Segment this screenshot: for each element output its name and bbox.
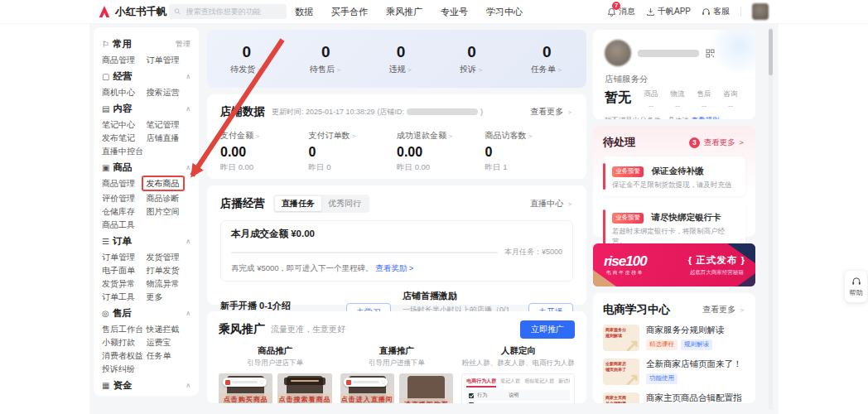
sidebar-item[interactable]: 商品管理 [102,179,147,190]
learning-item[interactable]: 商家服务分规则解读 ↗ 商家服务分规则解读 精选课程 规则解读 [603,325,745,351]
section-product-items: 商品管理 发布商品 评价管理 商品诊断 仓储库存 图片空间 商品工具 [102,179,190,229]
sidebar-item[interactable]: 物流异常 [147,279,191,288]
todo-more-link[interactable]: 查看更多 ＞ [704,137,745,148]
chevron-up-icon[interactable]: ∧ [186,310,190,317]
manage-link[interactable]: 管理 [176,39,190,50]
sidebar-item[interactable]: 发货异常 [102,279,147,288]
sidebar-item[interactable]: 订单工具 [102,292,147,301]
checkbox-icon[interactable] [469,393,474,398]
sidebar-item[interactable]: 打单发货 [147,266,191,275]
headset-icon [702,7,711,17]
promote-now-button[interactable]: 立即推广 [520,320,575,339]
nav-promo[interactable]: 乘风推广 [386,6,422,18]
stat-aftersale[interactable]: 0 待售后＞ [310,43,342,75]
sidebar-item[interactable]: 评价管理 [102,194,147,203]
nav-buyer-coop[interactable]: 买手合作 [331,6,368,18]
stat-to-ship[interactable]: 0 待发货＞ [230,43,263,75]
store-data-meta: 更新时间: 2025-01-17 10:38:29 (店铺ID: ) [272,107,483,118]
sidebar-item[interactable]: 仓储库存 [102,207,147,216]
shop-id-label: (店铺ID: [378,107,405,118]
chevron-up-icon[interactable]: ∧ [186,382,190,389]
sidebar-item[interactable]: 商品诊断 [147,194,191,203]
tab-top-peers[interactable]: 优秀同行 [321,196,368,211]
store-data-card: 店铺数据 更新时间: 2025-01-17 10:38:29 (店铺ID: ) … [207,94,586,179]
sidebar-item[interactable]: 笔记管理 [147,120,191,129]
audience-tab[interactable]: 电商行为人群 [466,378,496,388]
store-more-link[interactable]: 查看更多 ＞ [530,106,573,118]
scrollbar-thumb[interactable] [769,29,773,75]
sidebar-item[interactable]: 直播中控台 [102,147,147,156]
top-header: 小红书千帆 数据 买手合作 乘风推广 专业号 学习中心 7 消息 [0,0,868,24]
stat-value: 0 [230,43,263,61]
sidebar-item[interactable]: 订单管理 [147,55,191,65]
chevron-up-icon[interactable]: ∧ [186,73,190,80]
sidebar-item[interactable]: 商品工具 [102,220,147,229]
chevron-right-icon: ＞ [567,108,573,116]
sidebar-item[interactable]: 发布笔记 [102,133,147,142]
course-title: 全新商家店铺页面来了！ [646,359,745,370]
qr-code-icon[interactable] [706,49,715,58]
learning-title: 电商学习中心 [603,302,670,317]
nav-data[interactable]: 数据 [295,6,313,18]
sidebar-item[interactable]: 快递拦截 [147,325,191,334]
todo-item[interactable]: 业务预警 保证金待补缴 保证金不足限制货款提现，请及时充值 [603,156,745,196]
view-rules-link[interactable]: 查看规则 [691,116,719,119]
sidebar-item[interactable]: 笔记中心 [102,120,147,129]
tab-live-task[interactable]: 直播任务 [275,196,321,211]
stat-task[interactable]: 0 任务单＞ [531,43,563,75]
nav-learning[interactable]: 学习中心 [486,6,523,18]
learning-item[interactable]: 商家主页商品合辑配置指南 ↗ 商家主页商品合辑配置指南 [603,392,745,403]
message-button[interactable]: 7 消息 [607,6,635,17]
todo-item-title: 保证金待补缴 [651,166,703,176]
section-title: 订单 [113,235,132,248]
sidebar-item[interactable]: 电子面单 [102,266,147,275]
audience-tab[interactable]: 相似笔记人群 [524,378,554,388]
flag-icon: ⚐ [102,40,109,49]
header-nav: 数据 买手合作 乘风推广 专业号 学习中心 [295,0,523,23]
stat-complaint[interactable]: 0 投诉＞ [460,43,484,75]
sidebar-item[interactable]: 商机中心 [102,88,147,97]
sidebar-item[interactable]: 发货管理 [147,253,191,262]
app-download-button[interactable]: 千帆APP [646,6,691,17]
help-floating-button[interactable]: 帮助 [845,271,867,302]
chevron-up-icon[interactable]: ∧ [186,238,190,245]
stat-violation[interactable]: 0 违规＞ [388,43,412,75]
sidebar-item[interactable]: 图片空间 [147,207,191,216]
section-title: 经营 [113,70,132,83]
audience-tab[interactable]: 新访客 [558,378,570,388]
learning-item[interactable]: 全新商家店铺页面来了 ↗ 全新商家店铺页面来了！ 功能使用 [603,359,745,385]
rise100-banner[interactable]: rise100 电商年度榜单 { 正式发布 } 起底百大商家经营秘籍 [593,243,755,286]
sidebar-item[interactable]: 任务单 [147,351,191,360]
course-thumbnail: 商家主页商品合辑配置指南 ↗ [603,392,639,403]
avatar[interactable] [752,3,769,20]
shop-avatar[interactable] [605,40,631,66]
section-title: 内容 [113,103,132,115]
global-search[interactable] [169,4,287,19]
sidebar-item[interactable]: 店铺直播 [147,133,191,142]
sidebar-item[interactable]: 更多 [147,292,191,301]
sidebar-item[interactable]: 运费宝 [147,338,191,347]
brand-logo[interactable]: 小红书千帆 [98,0,167,23]
live-center-link[interactable]: 直播中心 ＞ [530,198,573,209]
sidebar-item[interactable]: 消费者权益 [102,351,147,360]
nav-pro-account[interactable]: 专业号 [441,6,468,18]
search-input[interactable] [185,7,282,17]
mockup-overlay-label: 点击购买商品 [219,393,272,403]
sidebar-item[interactable]: 商品管理 [102,55,147,65]
customer-service-button[interactable]: 客服 [702,6,730,17]
month-amount: 本月成交金额 ¥0.00 [231,228,562,240]
learning-more-link[interactable]: 查看更多 ＞ [702,304,745,315]
stat-value: 0 [531,43,563,61]
sidebar-item[interactable]: 小额打款 [102,338,147,347]
sidebar-item[interactable]: 投诉纠纷 [102,364,147,373]
chevron-up-icon[interactable]: ∧ [186,105,190,113]
sidebar-item[interactable]: 搜索运营 [147,88,191,97]
chevron-up-icon[interactable]: ∧ [186,164,190,171]
checkbox-icon[interactable] [469,402,474,403]
sidebar-item-publish-product[interactable]: 发布商品 [142,176,185,191]
sidebar-item[interactable]: 订单管理 [102,253,147,262]
sidebar-item[interactable]: 售后工作台 [102,325,147,334]
reward-link[interactable]: 查看奖励 > [375,263,413,272]
arrow-up-icon: ↗ [624,372,639,385]
audience-tab[interactable]: 笔记人群 [500,378,520,388]
